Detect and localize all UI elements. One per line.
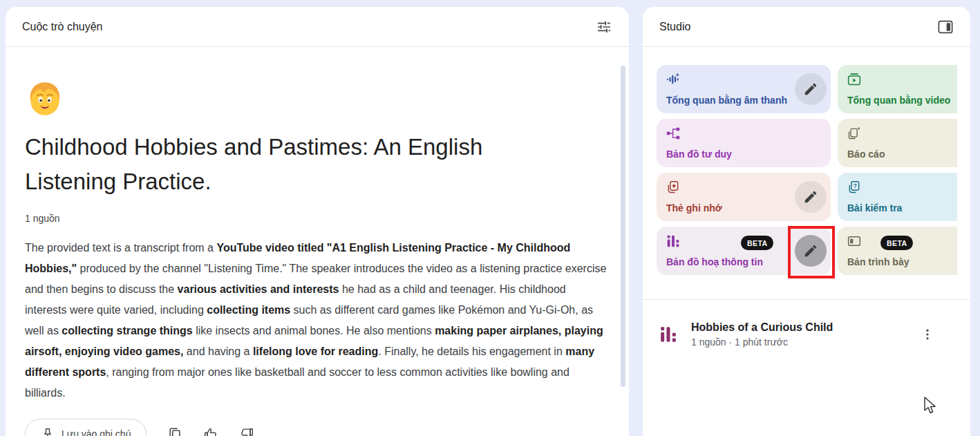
mind-map-icon: [666, 126, 680, 140]
beta-badge: BETA: [741, 236, 773, 250]
card-label: Tổng quan bằng âm thanh: [666, 95, 787, 106]
card-infographic[interactable]: BETA Bản đồ hoạ thông tin: [657, 227, 831, 275]
pencil-icon: [803, 243, 818, 258]
card-slides[interactable]: BETA Bản trình bày: [838, 227, 957, 275]
edit-flashcards-button[interactable]: [795, 181, 827, 213]
side-panel-icon[interactable]: [937, 19, 954, 35]
chat-header: Cuộc trò chuyện: [6, 7, 629, 47]
audio-overview-icon: [666, 73, 680, 86]
flashcards-icon: [666, 180, 680, 194]
beta-badge: BETA: [880, 236, 913, 250]
studio-header: Studio: [643, 7, 970, 47]
card-label: Bản đồ tư duy: [666, 149, 732, 160]
copy-icon[interactable]: [167, 426, 182, 436]
artifact-title: Hobbies of a Curious Child: [691, 321, 833, 334]
thumb-down-icon[interactable]: [239, 426, 254, 436]
document-title: Childhood Hobbies and Pastimes: An Engli…: [25, 130, 610, 199]
studio-panel: Studio Tổng quan bằng âm thanh: [643, 7, 970, 436]
edit-audio-overview-button[interactable]: [795, 73, 827, 105]
studio-cards: Tổng quan bằng âm thanh Tổng quan bằng v…: [657, 65, 957, 282]
chat-scrollbar-thumb[interactable]: [621, 66, 625, 387]
push-pin-icon: [41, 427, 55, 436]
card-video-overview[interactable]: Tổng quan bằng video: [838, 65, 957, 113]
source-count: 1 nguồn: [25, 213, 610, 224]
summary-text: The provided text is a transcript from a…: [25, 238, 607, 404]
svg-text:?: ?: [854, 182, 857, 189]
card-label: Bản đồ hoạ thông tin: [666, 256, 763, 267]
card-label: Bản trình bày: [847, 256, 909, 267]
document-title-line1: Childhood Hobbies and Pastimes: An Engli…: [25, 130, 610, 164]
artifact-meta: 1 nguồn · 1 phút trước: [691, 337, 833, 348]
save-to-note-button[interactable]: Lưu vào ghi chú: [25, 419, 147, 436]
report-icon: [847, 126, 861, 140]
chat-panel-title: Cuộc trò chuyện: [22, 21, 103, 33]
tune-icon[interactable]: [596, 19, 612, 35]
card-label: Bài kiểm tra: [847, 202, 902, 214]
edit-infographic-button[interactable]: [795, 235, 827, 267]
artifact-row[interactable]: Hobbies of a Curious Child 1 nguồn · 1 p…: [643, 314, 970, 355]
app-background: { "colors": { "background": "#e9ecfb", "…: [0, 0, 980, 436]
card-label: Thẻ ghi nhớ: [666, 202, 722, 214]
slides-icon: [847, 234, 861, 248]
infographic-icon: [659, 325, 677, 343]
card-audio-overview[interactable]: Tổng quan bằng âm thanh: [657, 65, 831, 113]
card-mind-map[interactable]: Bản đồ tư duy: [657, 119, 831, 167]
quiz-icon: ?: [847, 180, 861, 194]
save-to-note-label: Lưu vào ghi chú: [62, 428, 131, 436]
studio-divider: [643, 299, 970, 300]
message-actions: Lưu vào ghi chú: [25, 419, 610, 436]
card-flashcards[interactable]: Thẻ ghi nhớ: [657, 173, 831, 221]
child-face-emoji: [25, 79, 65, 119]
card-label: Báo cáo: [847, 149, 885, 160]
thumb-up-icon[interactable]: [203, 426, 218, 436]
card-label: Tổng quan bằng video: [847, 95, 950, 106]
artifact-text: Hobbies of a Curious Child 1 nguồn · 1 p…: [691, 321, 833, 348]
infographic-icon: [666, 234, 680, 248]
studio-panel-title: Studio: [659, 21, 690, 33]
pencil-icon: [803, 82, 818, 97]
document-title-line2: Listening Practice.: [25, 164, 610, 199]
card-reports[interactable]: Báo cáo: [838, 119, 957, 167]
chat-panel: Cuộc trò chuyện Childhood Hobbies and Pa…: [6, 7, 629, 436]
pencil-icon: [803, 189, 818, 205]
more-vert-icon[interactable]: [921, 327, 934, 342]
chat-body: Childhood Hobbies and Pastimes: An Engli…: [6, 47, 629, 436]
video-overview-icon: [847, 73, 861, 86]
card-quiz[interactable]: ? Bài kiểm tra: [838, 173, 957, 221]
